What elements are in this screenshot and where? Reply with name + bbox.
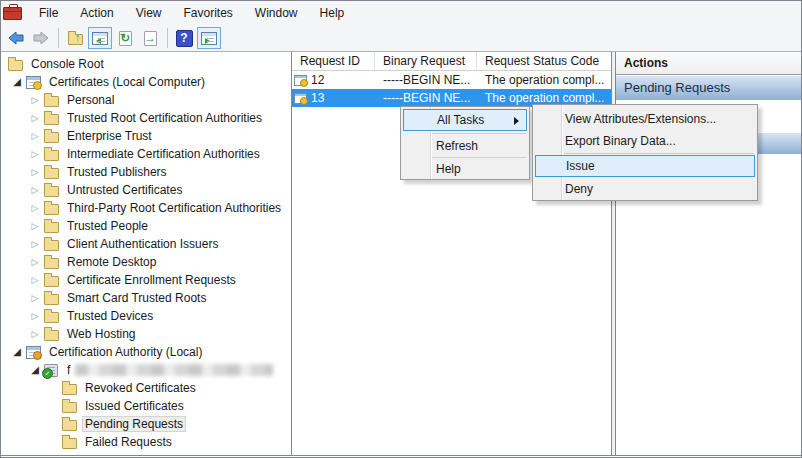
folder-icon [43, 219, 59, 233]
tree-item-third-party-root-cas[interactable]: ▷ Third-Party Root Certification Authori… [1, 199, 291, 217]
tree-item-certification-authority[interactable]: ◢ Certification Authority (Local) [1, 343, 291, 361]
menu-action[interactable]: Action [69, 2, 124, 24]
certification-authority-snapin-icon [25, 346, 41, 359]
tree-item-trusted-root-cas[interactable]: ▷ Trusted Root Certification Authorities [1, 109, 291, 127]
tree-item-console-root[interactable]: Console Root [1, 55, 291, 73]
folder-icon [43, 201, 59, 215]
expander-collapsed-icon[interactable]: ▷ [27, 109, 43, 127]
actions-pane-title: Actions [616, 52, 801, 75]
show-console-tree-button[interactable] [88, 27, 112, 49]
console-tree-pane: Console Root ◢ Certificates (Local Compu… [1, 52, 292, 455]
expander-collapsed-icon[interactable]: ▷ [27, 271, 43, 289]
submenu-item-issue[interactable]: Issue [535, 155, 755, 177]
show-action-pane-button[interactable] [197, 27, 221, 49]
refresh-button[interactable]: ↻ [113, 27, 137, 49]
expander-expanded-icon[interactable]: ◢ [9, 343, 25, 361]
redacted-ca-name [75, 364, 273, 376]
folder-icon [43, 165, 59, 179]
forward-button[interactable] [29, 27, 53, 49]
mmc-toolbox-icon [3, 7, 22, 20]
up-one-level-button[interactable]: ↑ [63, 27, 87, 49]
expander-collapsed-icon[interactable]: ▷ [27, 91, 43, 109]
folder-icon [61, 399, 77, 413]
menu-view[interactable]: View [125, 2, 173, 24]
expander-collapsed-icon[interactable]: ▷ [27, 181, 43, 199]
menu-separator [432, 133, 526, 134]
certificates-snapin-icon [25, 76, 41, 89]
folder-icon [43, 255, 59, 269]
list-header: Request ID Binary Request Request Status… [292, 52, 611, 71]
tree-item-cert-enrollment-requests[interactable]: ▷ Certificate Enrollment Requests [1, 271, 291, 289]
submenu-arrow-icon [514, 117, 519, 125]
mmc-window: File Action View Favorites Window Help ↑ [0, 0, 802, 458]
folder-icon [61, 381, 77, 395]
tree-item-trusted-people[interactable]: ▷ Trusted People [1, 217, 291, 235]
menu-window[interactable]: Window [244, 2, 309, 24]
menu-favorites[interactable]: Favorites [173, 2, 244, 24]
tree-item-personal[interactable]: ▷ Personal [1, 91, 291, 109]
tree-item-trusted-publishers[interactable]: ▷ Trusted Publishers [1, 163, 291, 181]
export-list-button[interactable]: → [138, 27, 162, 49]
expander-collapsed-icon[interactable]: ▷ [27, 145, 43, 163]
help-button[interactable]: ? [172, 27, 196, 49]
submenu-item-export-binary-data[interactable]: Export Binary Data... [535, 130, 755, 152]
tree-item-enterprise-trust[interactable]: ▷ Enterprise Trust [1, 127, 291, 145]
up-one-level-icon: ↑ [68, 34, 83, 45]
refresh-icon: ↻ [119, 31, 132, 46]
submenu-item-view-attributes[interactable]: View Attributes/Extensions... [535, 108, 755, 130]
expander-collapsed-icon[interactable]: ▷ [27, 325, 43, 343]
tree-item-remote-desktop[interactable]: ▷ Remote Desktop [1, 253, 291, 271]
folder-icon [7, 57, 23, 71]
tree-item-web-hosting[interactable]: ▷ Web Hosting [1, 325, 291, 343]
column-header-request-status-code[interactable]: Request Status Code [477, 52, 611, 70]
all-tasks-submenu: View Attributes/Extensions... Export Bin… [532, 104, 758, 201]
expander-collapsed-icon[interactable]: ▷ [27, 163, 43, 181]
tree-item-client-auth-issuers[interactable]: ▷ Client Authentication Issuers [1, 235, 291, 253]
expander-expanded-icon[interactable]: ◢ [27, 361, 43, 379]
show-console-tree-icon [92, 32, 108, 45]
menu-separator [564, 153, 754, 154]
submenu-item-deny[interactable]: Deny [535, 178, 755, 200]
folder-icon [43, 309, 59, 323]
context-menu-item-help[interactable]: Help [403, 158, 527, 180]
help-icon: ? [176, 30, 193, 47]
request-row-12[interactable]: 12 -----BEGIN NE... The operation compl.… [292, 71, 611, 89]
expander-collapsed-icon[interactable]: ▷ [27, 289, 43, 307]
tree-item-ca-server[interactable]: ◢ f [1, 361, 291, 379]
tree-item-smart-card-trusted-roots[interactable]: ▷ Smart Card Trusted Roots [1, 289, 291, 307]
folder-icon [43, 237, 59, 251]
expander-collapsed-icon[interactable]: ▷ [27, 127, 43, 145]
context-menu-item-all-tasks[interactable]: All Tasks [403, 109, 527, 131]
toolbar: ↑ ↻ → ? [1, 25, 801, 52]
column-header-request-id[interactable]: Request ID [292, 52, 375, 70]
expander-collapsed-icon[interactable]: ▷ [27, 307, 43, 325]
column-header-binary-request[interactable]: Binary Request [375, 52, 477, 70]
tree-item-failed-requests[interactable]: Failed Requests [1, 433, 291, 451]
tree-item-intermediate-cas[interactable]: ▷ Intermediate Certification Authorities [1, 145, 291, 163]
folder-icon [43, 183, 59, 197]
menu-file[interactable]: File [28, 2, 69, 24]
folder-icon [43, 93, 59, 107]
context-menu-item-refresh[interactable]: Refresh [403, 135, 527, 157]
actions-section-pending-requests[interactable]: Pending Requests [616, 76, 801, 100]
expander-collapsed-icon[interactable]: ▷ [27, 199, 43, 217]
folder-icon [43, 147, 59, 161]
back-button[interactable] [4, 27, 28, 49]
tree-item-pending-requests[interactable]: Pending Requests [1, 415, 291, 433]
tree-item-trusted-devices[interactable]: ▷ Trusted Devices [1, 307, 291, 325]
expander-collapsed-icon[interactable]: ▷ [27, 217, 43, 235]
folder-icon [43, 273, 59, 287]
tree-item-issued-certificates[interactable]: Issued Certificates [1, 397, 291, 415]
expander-collapsed-icon[interactable]: ▷ [27, 253, 43, 271]
tree-item-revoked-certificates[interactable]: Revoked Certificates [1, 379, 291, 397]
ca-server-icon [43, 364, 59, 377]
folder-icon [43, 327, 59, 341]
expander-collapsed-icon[interactable]: ▷ [27, 235, 43, 253]
expander-expanded-icon[interactable]: ◢ [9, 73, 25, 91]
tree-item-untrusted-certificates[interactable]: ▷ Untrusted Certificates [1, 181, 291, 199]
pending-request-icon [294, 75, 307, 86]
menu-help[interactable]: Help [309, 2, 356, 24]
context-menu: All Tasks Refresh Help [400, 106, 530, 180]
tree-item-certificates[interactable]: ◢ Certificates (Local Computer) [1, 73, 291, 91]
folder-icon [43, 111, 59, 125]
